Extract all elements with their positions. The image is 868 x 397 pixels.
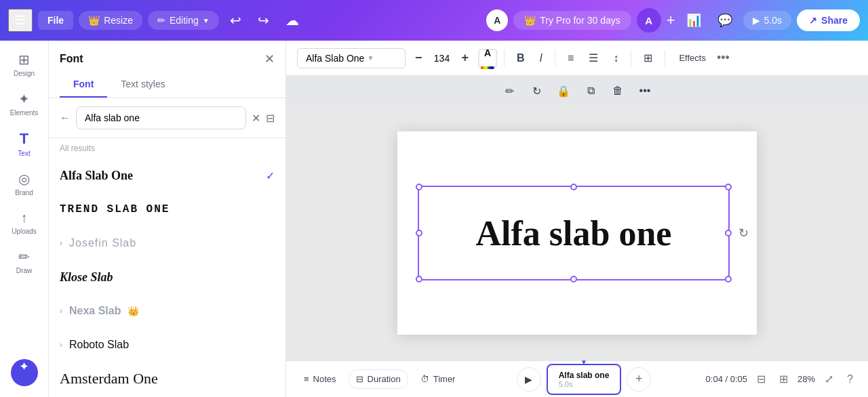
font-panel-close-button[interactable]: ✕: [264, 51, 275, 66]
font-item-amsterdam[interactable]: Amsterdam One: [49, 362, 285, 396]
font-item-trend[interactable]: TREND SLAB ONE: [49, 192, 285, 226]
spacing-button[interactable]: ↕: [608, 48, 624, 68]
timer-label: Timer: [433, 374, 456, 384]
toolbar-font-name: Alfa Slab One: [306, 53, 364, 64]
formatting-toolbar: Alfa Slab One ▼ − 134 + A B I ≡ ☰ ↕ ⊞ Ef…: [286, 41, 868, 76]
canvas-text-content[interactable]: Alfa slab one: [476, 213, 672, 253]
editing-button[interactable]: ✏ Editing ▼: [148, 11, 219, 30]
redo-button[interactable]: ↪: [252, 9, 275, 31]
font-list: Alfa Slab One ✓ TREND SLAB ONE › Josefin…: [49, 159, 285, 397]
font-item-klose[interactable]: Klose Slab: [49, 260, 285, 294]
handle-bottom-right[interactable]: [725, 276, 732, 283]
crown-icon: 👑: [88, 15, 100, 26]
handle-middle-right[interactable]: [725, 230, 732, 236]
editor-area: Alfa Slab One ▼ − 134 + A B I ≡ ☰ ↕ ⊞ Ef…: [286, 41, 868, 397]
timeline-wrapper: ▼ Alfa slab one 5.0s: [547, 364, 622, 395]
add-profile-button[interactable]: +: [667, 12, 675, 29]
sidebar-item-label: Brand: [15, 189, 33, 196]
font-item-nexa[interactable]: › Nexa Slab 👑: [49, 294, 285, 328]
toolbar-more-button[interactable]: •••: [717, 51, 730, 65]
resize-button[interactable]: 👑 Resize: [79, 11, 142, 30]
file-button[interactable]: File: [38, 11, 73, 30]
text-icon: T: [20, 130, 28, 148]
delete-tool-button[interactable]: 🗑: [606, 79, 629, 102]
handle-bottom-middle[interactable]: [570, 276, 577, 283]
timeline-play-button[interactable]: ▶: [517, 367, 541, 392]
sidebar-item-uploads[interactable]: ↑ Uploads: [4, 205, 45, 241]
fullscreen-button[interactable]: ⤢: [821, 370, 837, 388]
cloud-save-button[interactable]: ☁: [280, 9, 304, 31]
preview-play-button[interactable]: ▶ 5.0s: [743, 11, 791, 30]
font-size-display: 134: [432, 53, 452, 64]
font-item-roboto[interactable]: › Roboto Slab: [49, 328, 285, 362]
avatar[interactable]: A: [637, 8, 661, 33]
edit-tool-button[interactable]: ✏: [498, 79, 521, 102]
rotate-tool-button[interactable]: ↻: [525, 79, 548, 102]
effects-button[interactable]: Effects: [672, 49, 713, 67]
font-selector[interactable]: Alfa Slab One ▼: [297, 48, 406, 68]
comment-button[interactable]: 💬: [712, 10, 738, 30]
sidebar-item-draw[interactable]: ✏ Draw: [4, 243, 45, 280]
handle-middle-left[interactable]: [416, 230, 422, 236]
tab-text-styles[interactable]: Text styles: [107, 72, 178, 98]
search-back-button[interactable]: ←: [60, 112, 71, 124]
play-time: 5.0s: [764, 15, 782, 26]
font-size-decrease-button[interactable]: −: [410, 47, 428, 69]
timeline-indicator: ▼: [580, 358, 587, 366]
handle-bottom-left[interactable]: [416, 276, 422, 283]
notes-label: Notes: [313, 374, 336, 384]
sidebar-item-brand[interactable]: ◎ Brand: [4, 165, 45, 202]
expand-icon: ›: [60, 340, 62, 350]
lock-tool-button[interactable]: 🔒: [552, 79, 575, 102]
grid-view-button[interactable]: ⊞: [775, 370, 792, 388]
handle-top-left[interactable]: [416, 184, 422, 190]
menu-hamburger-button[interactable]: ☰: [8, 9, 33, 32]
rotate-handle[interactable]: ↻: [738, 226, 749, 241]
font-color-button[interactable]: A: [478, 49, 497, 68]
screen-mode-button[interactable]: ⊟: [753, 370, 770, 388]
font-tabs: Font Text styles: [49, 72, 285, 98]
canvas-main[interactable]: Alfa slab one ↻: [286, 106, 868, 360]
sidebar-item-elements[interactable]: ✦ Elements: [4, 85, 45, 122]
canvas-frame[interactable]: Alfa slab one ↻: [397, 131, 757, 335]
checkmark-icon: ✓: [266, 169, 275, 182]
timer-button[interactable]: ⏱ Timer: [414, 370, 462, 388]
try-pro-button[interactable]: 👑 Try Pro for 30 days: [513, 11, 631, 30]
search-filter-button[interactable]: ⊟: [266, 112, 275, 125]
text-box[interactable]: Alfa slab one ↻: [418, 186, 730, 280]
font-results-label: All results: [49, 138, 285, 159]
undo-button[interactable]: ↩: [224, 9, 247, 31]
timeline-area: ▶ ▼ Alfa slab one 5.0s +: [467, 364, 700, 395]
font-search-input[interactable]: [76, 106, 246, 129]
magic-button[interactable]: ✦: [11, 359, 38, 386]
handle-top-middle[interactable]: [570, 184, 577, 190]
help-button[interactable]: ?: [843, 371, 857, 388]
play-icon: ▶: [525, 374, 532, 385]
font-item-alfa[interactable]: Alfa Slab One ✓: [49, 159, 285, 192]
timeline-clip[interactable]: Alfa slab one 5.0s: [547, 364, 622, 395]
font-item-josefin[interactable]: › Josefin Slab: [49, 226, 285, 260]
analytics-button[interactable]: 📊: [681, 10, 707, 30]
font-a-button[interactable]: A: [486, 9, 508, 31]
sidebar-item-text[interactable]: T Text: [4, 125, 45, 163]
tab-font[interactable]: Font: [60, 72, 107, 98]
font-item-left: › Nexa Slab 👑: [60, 305, 139, 317]
more-tool-button[interactable]: •••: [633, 79, 656, 102]
handle-top-right[interactable]: [725, 184, 732, 190]
font-name-klose: Klose Slab: [60, 270, 113, 285]
list-button[interactable]: ☰: [583, 47, 604, 68]
notes-button[interactable]: ≡ Notes: [297, 370, 343, 388]
resize-label: Resize: [104, 15, 133, 26]
duration-button[interactable]: ⊟ Duration: [349, 369, 408, 389]
add-clip-button[interactable]: +: [627, 367, 651, 392]
italic-button[interactable]: I: [534, 48, 548, 68]
share-button[interactable]: ↗ Share: [797, 9, 860, 31]
grid-button[interactable]: ⊞: [638, 47, 658, 68]
search-clear-button[interactable]: ✕: [252, 112, 260, 125]
copy-tool-button[interactable]: ⧉: [579, 79, 602, 102]
sidebar-item-design[interactable]: ⊞ Design: [4, 46, 45, 83]
font-size-increase-button[interactable]: +: [456, 47, 475, 69]
bold-button[interactable]: B: [511, 48, 530, 68]
align-button[interactable]: ≡: [562, 48, 579, 68]
font-name-roboto: Roboto Slab: [69, 339, 129, 351]
